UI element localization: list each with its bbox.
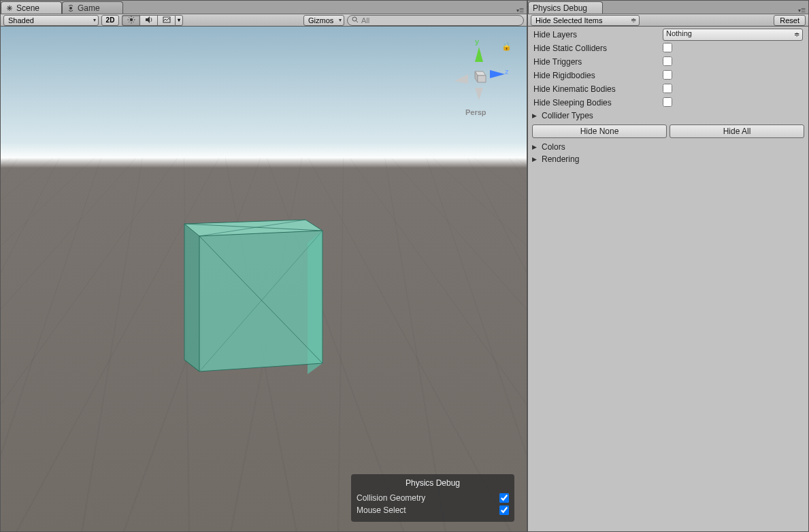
hide-sleeping-bodies-checkbox[interactable] bbox=[663, 97, 672, 107]
svg-point-4 bbox=[69, 7, 72, 10]
lock-icon[interactable]: 🔒 bbox=[501, 41, 512, 51]
hide-triggers-checkbox[interactable] bbox=[663, 56, 672, 66]
svg-marker-14 bbox=[146, 16, 150, 23]
hide-triggers-row: Hide Triggers bbox=[531, 55, 806, 69]
lighting-toggle[interactable] bbox=[122, 15, 139, 26]
hide-layers-row: Hide Layers Nothing bbox=[531, 28, 806, 41]
shading-mode-dropdown[interactable]: Shaded bbox=[3, 15, 99, 26]
hide-kinematic-bodies-checkbox[interactable] bbox=[663, 84, 672, 93]
hide-rigidbodies-checkbox[interactable] bbox=[663, 70, 672, 80]
collider-types-label: Collider Types bbox=[542, 111, 593, 120]
hide-all-button[interactable]: Hide All bbox=[670, 124, 804, 138]
svg-marker-21 bbox=[184, 224, 199, 371]
scene-overlay-title: Physics Debug bbox=[357, 477, 509, 492]
hide-layers-value: Nothing bbox=[666, 29, 692, 37]
hide-buttons-row: Hide None Hide All bbox=[531, 122, 806, 141]
speaker-icon bbox=[145, 16, 153, 25]
rendering-foldout[interactable]: ▶ Rendering bbox=[531, 153, 806, 165]
svg-line-25 bbox=[199, 231, 323, 371]
svg-marker-28 bbox=[475, 71, 478, 82]
fx-toggle[interactable] bbox=[157, 15, 175, 26]
svg-line-11 bbox=[133, 21, 133, 22]
search-icon bbox=[352, 16, 359, 24]
svg-line-26 bbox=[184, 360, 199, 371]
audio-toggle[interactable] bbox=[139, 15, 157, 26]
hide-rigidbodies-row: Hide Rigidbodies bbox=[531, 69, 806, 82]
gizmos-label: Gizmos bbox=[308, 16, 333, 24]
collider-types-foldout[interactable]: ▶ Collider Types bbox=[531, 110, 806, 122]
overlay-collision-geometry-checkbox[interactable] bbox=[499, 493, 509, 503]
inspector-body: Hide Layers Nothing Hide Static Collider… bbox=[528, 27, 808, 531]
svg-marker-32 bbox=[455, 74, 468, 84]
svg-marker-30 bbox=[475, 47, 483, 62]
twoD-toggle[interactable]: 2D bbox=[101, 15, 119, 26]
svg-line-22 bbox=[184, 224, 323, 231]
hide-static-colliders-row: Hide Static Colliders bbox=[531, 41, 806, 55]
hide-none-label: Hide None bbox=[580, 127, 619, 136]
hide-sleeping-bodies-label: Hide Sleeping Bodies bbox=[533, 98, 663, 107]
svg-marker-20 bbox=[199, 231, 323, 371]
fx-dropdown-arrow[interactable]: ▾ bbox=[175, 15, 183, 26]
cube-geometry bbox=[169, 197, 340, 401]
twoD-label: 2D bbox=[106, 16, 115, 24]
tab-game[interactable]: Game bbox=[62, 1, 123, 14]
scene-overlay-panel[interactable]: Physics Debug Collision Geometry Mouse S… bbox=[351, 474, 514, 522]
svg-marker-33 bbox=[475, 88, 483, 100]
sun-icon bbox=[127, 16, 135, 25]
overlay-mouse-select-label: Mouse Select bbox=[357, 505, 406, 515]
window-menu-icon[interactable]: ▾☰ bbox=[516, 7, 527, 14]
svg-line-13 bbox=[129, 21, 129, 22]
overlay-mouse-select-checkbox[interactable] bbox=[499, 505, 509, 515]
persp-label: Persp bbox=[465, 108, 486, 116]
scene-panel: Scene Game ▾☰ Shaded 2D bbox=[0, 0, 527, 532]
svg-line-23 bbox=[199, 220, 306, 236]
scene-search[interactable] bbox=[347, 15, 524, 26]
triangle-right-icon: ▶ bbox=[532, 156, 539, 163]
scene-search-input[interactable] bbox=[361, 16, 519, 24]
svg-line-10 bbox=[129, 17, 129, 18]
hide-sleeping-bodies-row: Hide Sleeping Bodies bbox=[531, 96, 806, 110]
reset-label: Reset bbox=[780, 16, 799, 24]
scene-viewport[interactable]: 🔒 y z Persp Physics Debug Colli bbox=[1, 27, 527, 531]
tab-physics-debug[interactable]: Physics Debug bbox=[528, 1, 603, 14]
svg-point-16 bbox=[352, 17, 357, 21]
svg-marker-29 bbox=[478, 76, 486, 82]
hide-kinematic-bodies-label: Hide Kinematic Bodies bbox=[533, 84, 663, 94]
svg-marker-31 bbox=[490, 70, 505, 78]
svg-line-12 bbox=[133, 17, 133, 18]
hide-layers-label: Hide Layers bbox=[533, 30, 663, 39]
svg-line-17 bbox=[356, 20, 358, 22]
colors-label: Colors bbox=[542, 142, 565, 152]
hide-mode-dropdown[interactable]: Hide Selected Items bbox=[531, 15, 640, 26]
overlay-mouse-select-row: Mouse Select bbox=[357, 504, 509, 516]
rendering-label: Rendering bbox=[542, 154, 579, 164]
hide-all-label: Hide All bbox=[723, 127, 751, 136]
overlay-collision-geometry-row: Collision Geometry bbox=[357, 492, 509, 504]
inspector-tab-row: Physics Debug ▾☰ bbox=[528, 1, 808, 14]
hide-static-colliders-label: Hide Static Colliders bbox=[533, 44, 663, 53]
hide-static-colliders-checkbox[interactable] bbox=[663, 43, 672, 52]
scene-tab-icon bbox=[5, 4, 14, 12]
tab-scene-label: Scene bbox=[16, 3, 39, 13]
hide-layers-dropdown[interactable]: Nothing bbox=[663, 29, 803, 41]
hide-mode-value: Hide Selected Items bbox=[535, 16, 602, 24]
hide-none-button[interactable]: Hide None bbox=[532, 124, 667, 138]
inspector-window-menu-icon[interactable]: ▾☰ bbox=[798, 7, 808, 14]
orientation-gizmo[interactable]: 🔒 y z Persp bbox=[445, 40, 513, 122]
tab-physics-debug-label: Physics Debug bbox=[533, 3, 587, 13]
colors-foldout[interactable]: ▶ Colors bbox=[531, 141, 806, 153]
tab-scene[interactable]: Scene bbox=[1, 1, 62, 14]
hide-triggers-label: Hide Triggers bbox=[533, 57, 663, 67]
svg-marker-27 bbox=[475, 71, 486, 76]
svg-line-24 bbox=[199, 236, 323, 363]
reset-button[interactable]: Reset bbox=[774, 15, 806, 26]
axis-y-label: y bbox=[475, 37, 479, 46]
scene-toolbar: Shaded 2D ▾ Gizmos bbox=[1, 14, 527, 27]
lighting-group: ▾ bbox=[122, 15, 183, 26]
triangle-right-icon: ▶ bbox=[532, 112, 539, 119]
hide-rigidbodies-label: Hide Rigidbodies bbox=[533, 71, 663, 80]
game-tab-icon bbox=[67, 4, 75, 12]
svg-marker-18 bbox=[308, 231, 323, 374]
gizmos-dropdown[interactable]: Gizmos bbox=[303, 15, 344, 26]
svg-point-5 bbox=[129, 18, 132, 20]
